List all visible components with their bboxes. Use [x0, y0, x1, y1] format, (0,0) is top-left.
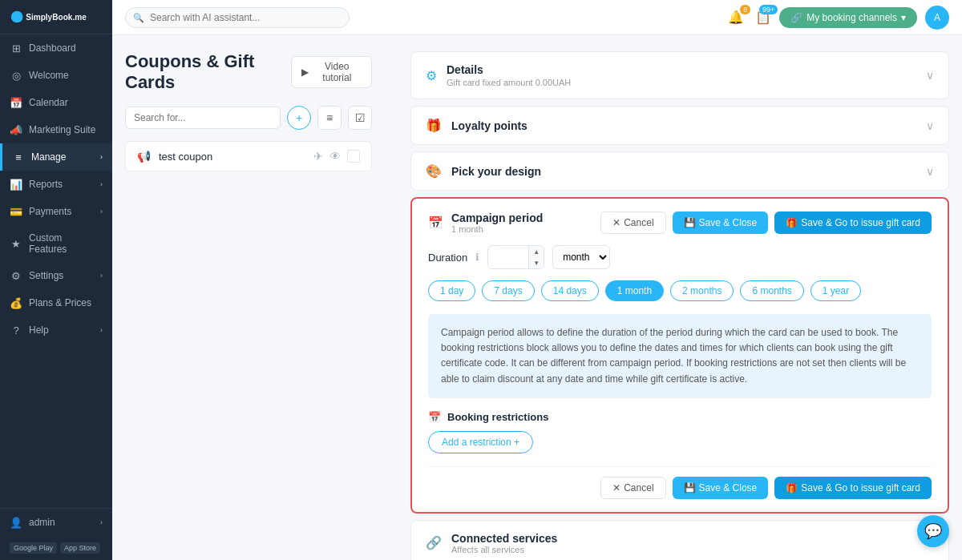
- search-container: 🔍: [125, 7, 350, 28]
- save-issue-label-bottom: Save & Go to issue gift card: [801, 482, 920, 494]
- duration-unit-select[interactable]: month day year: [552, 245, 610, 269]
- svg-text:SimplyBook.me: SimplyBook.me: [26, 13, 87, 22]
- page-title: Coupons & Gift Cards: [125, 51, 291, 93]
- details-card-header[interactable]: ⚙ Details Gift card fixed amount 0.00UAH…: [411, 52, 948, 99]
- loyalty-chevron-icon: ∨: [926, 119, 934, 132]
- booking-channels-button[interactable]: 🔗 My booking channels ▾: [779, 7, 917, 28]
- sidebar-item-marketing[interactable]: 📣 Marketing Suite: [0, 116, 112, 143]
- tasks-button[interactable]: 📋 99+: [755, 10, 771, 25]
- duration-value-input[interactable]: 1: [488, 247, 528, 268]
- sidebar-label-dashboard: Dashboard: [29, 42, 76, 54]
- sidebar-label-marketing: Marketing Suite: [29, 124, 95, 135]
- link-icon: 🔗: [790, 12, 802, 23]
- sidebar-item-custom-features[interactable]: ★ Custom Features: [0, 225, 112, 262]
- quick-14days-button[interactable]: 14 days: [541, 280, 599, 301]
- sidebar-label-welcome: Welcome: [29, 70, 69, 81]
- quick-6months-button[interactable]: 6 months: [740, 280, 803, 301]
- logo: SimplyBook.me: [0, 0, 112, 34]
- sidebar-item-settings[interactable]: ⚙ Settings ›: [0, 262, 112, 289]
- sidebar-label-reports: Reports: [29, 179, 63, 190]
- video-tutorial-button[interactable]: ▶ Video tutorial: [291, 56, 372, 88]
- campaign-info-box: Campaign period allows to define the dur…: [428, 314, 932, 398]
- quick-1day-button[interactable]: 1 day: [428, 280, 475, 301]
- quick-7days-button[interactable]: 7 days: [482, 280, 534, 301]
- campaign-cancel-button-bottom[interactable]: ✕ Cancel: [600, 477, 665, 499]
- store-links: Google Play App Store: [0, 536, 112, 560]
- coupon-name: test coupon: [159, 151, 305, 163]
- design-icon: 🎨: [426, 163, 442, 179]
- campaign-subtitle: 1 month: [451, 224, 600, 234]
- sidebar-item-help[interactable]: ? Help ›: [0, 316, 112, 344]
- sidebar-item-welcome[interactable]: ◎ Welcome: [0, 62, 112, 89]
- save-close-button-bottom[interactable]: 💾 Save & Close: [673, 477, 769, 499]
- save-issue-button-top[interactable]: 🎁 Save & Go to issue gift card: [774, 212, 932, 234]
- svg-point-0: [11, 11, 23, 23]
- save-close-button-top[interactable]: 💾 Save & Close: [673, 212, 769, 234]
- sidebar-label-custom-features: Custom Features: [29, 232, 103, 255]
- gift-icon-top: 🎁: [786, 217, 798, 228]
- coupon-type-icon: 📢: [137, 150, 151, 163]
- payments-icon: 💳: [10, 205, 22, 218]
- design-card-text: Pick your design: [451, 165, 926, 178]
- custom-features-icon: ★: [10, 237, 22, 250]
- details-card-text: Details Gift card fixed amount 0.00UAH: [447, 63, 926, 87]
- campaign-cancel-button-top[interactable]: ✕ Cancel: [600, 212, 665, 234]
- duration-increment-button[interactable]: ▲: [529, 246, 544, 257]
- chat-button[interactable]: 💬: [917, 515, 949, 547]
- plus-icon: +: [296, 111, 302, 124]
- sidebar-item-admin[interactable]: 👤 admin ›: [0, 509, 112, 536]
- quick-1year-button[interactable]: 1 year: [810, 280, 861, 301]
- coupon-action-buttons: ✈ 👁: [313, 150, 360, 163]
- duration-info-icon[interactable]: ℹ: [475, 252, 479, 263]
- settings-icon: ⚙: [10, 269, 22, 282]
- user-avatar[interactable]: A: [925, 6, 949, 30]
- x-icon: ✕: [612, 217, 620, 228]
- chat-icon: 💬: [924, 522, 942, 540]
- design-title: Pick your design: [451, 165, 926, 178]
- list-view-button[interactable]: ≡: [317, 106, 342, 130]
- notifications-count: 8: [740, 5, 750, 14]
- add-restriction-button[interactable]: Add a restriction +: [428, 431, 533, 453]
- topbar: 🔍 🔔 8 📋 99+ 🔗 My booking channels ▾ A: [112, 0, 962, 35]
- check-icon: ☑: [355, 111, 366, 124]
- coupon-checkbox[interactable]: [347, 150, 360, 163]
- sidebar-item-plans[interactable]: 💰 Plans & Prices: [0, 289, 112, 316]
- sidebar-item-calendar[interactable]: 📅 Calendar: [0, 89, 112, 116]
- sidebar-item-payments[interactable]: 💳 Payments ›: [0, 198, 112, 225]
- add-coupon-button[interactable]: +: [287, 106, 311, 130]
- save-close-label-bottom: Save & Close: [699, 482, 758, 494]
- dropdown-chevron-icon: ▾: [901, 12, 906, 23]
- save-close-label-top: Save & Close: [699, 217, 758, 228]
- sidebar-item-reports[interactable]: 📊 Reports ›: [0, 171, 112, 198]
- sidebar-item-manage[interactable]: ≡ Manage ›: [0, 143, 112, 171]
- search-input[interactable]: [125, 7, 350, 28]
- right-column: ⚙ Details Gift card fixed amount 0.00UAH…: [398, 35, 962, 560]
- coupon-list: 📢 test coupon ✈ 👁: [125, 141, 372, 171]
- save-icon-top: 💾: [684, 217, 696, 228]
- duration-input-container: 1 ▲ ▼: [487, 245, 544, 269]
- coupon-search-input[interactable]: [125, 107, 281, 129]
- connected-services-card: 🔗 Connected services Affects all service…: [410, 520, 949, 560]
- connected-icon: 🔗: [426, 535, 442, 550]
- check-select-button[interactable]: ☑: [348, 106, 372, 130]
- x-icon-bottom: ✕: [612, 482, 620, 494]
- list-item: 📢 test coupon ✈ 👁: [125, 141, 372, 171]
- campaign-top-actions: ✕ Cancel 💾 Save & Close 🎁 Save & Go to i…: [600, 212, 932, 234]
- save-issue-button-bottom[interactable]: 🎁 Save & Go to issue gift card: [774, 477, 932, 499]
- duration-decrement-button[interactable]: ▼: [529, 257, 544, 268]
- app-store-badge[interactable]: App Store: [60, 542, 100, 554]
- campaign-title-block: Campaign period 1 month: [451, 212, 600, 234]
- quick-2months-button[interactable]: 2 months: [670, 280, 734, 301]
- send-icon[interactable]: ✈: [313, 150, 323, 163]
- notifications-button[interactable]: 🔔 8: [728, 10, 744, 25]
- quick-1month-button[interactable]: 1 month: [605, 280, 664, 301]
- booking-restrictions-section: 📅 Booking restrictions: [428, 411, 932, 423]
- sidebar: SimplyBook.me ⊞ Dashboard ◎ Welcome 📅 Ca…: [0, 0, 112, 560]
- eye-icon[interactable]: 👁: [329, 150, 341, 163]
- google-play-badge[interactable]: Google Play: [10, 542, 57, 554]
- design-card-header[interactable]: 🎨 Pick your design ∨: [411, 152, 948, 190]
- video-tutorial-label: Video tutorial: [313, 61, 362, 83]
- sidebar-item-dashboard[interactable]: ⊞ Dashboard: [0, 34, 112, 62]
- loyalty-card-header[interactable]: 🎁 Loyalty points ∨: [411, 107, 948, 144]
- quick-duration-buttons: 1 day 7 days 14 days 1 month 2 months 6 …: [428, 280, 932, 301]
